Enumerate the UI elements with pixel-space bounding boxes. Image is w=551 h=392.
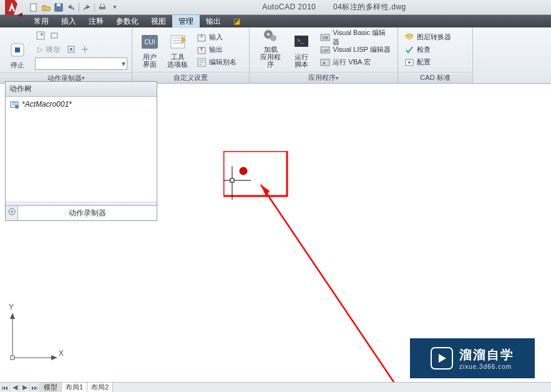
play-button[interactable]: ▷播放 <box>34 42 64 56</box>
quick-access-toolbar: ▼ <box>29 2 120 12</box>
svg-rect-11 <box>70 48 72 51</box>
watermark-domain: zixue.3d66.com <box>459 363 514 370</box>
tab-view[interactable]: 视图 <box>145 15 172 28</box>
qat-print-icon[interactable] <box>97 2 107 12</box>
tab-output[interactable]: 输出 <box>200 15 227 28</box>
play-icon: ▷ <box>37 45 43 54</box>
action-macro-dropdown[interactable]: ▾ <box>35 57 127 70</box>
check-button[interactable]: 检查 <box>402 44 454 56</box>
watermark-badge: 溜溜自学 zixue.3d66.com <box>410 338 535 378</box>
app-name: AutoCAD 2010 <box>262 2 316 11</box>
qat-new-icon[interactable] <box>29 2 39 12</box>
app-menu-button[interactable] <box>2 0 25 19</box>
qat-open-icon[interactable] <box>41 2 51 12</box>
svg-text:LSP: LSP <box>322 49 329 52</box>
load-app-icon <box>261 28 281 44</box>
ucs-icon: Y X <box>9 311 65 370</box>
tab-nav-prev-icon[interactable]: ◀ <box>10 383 20 391</box>
svg-marker-46 <box>439 354 446 363</box>
layer-translate-button[interactable]: 图层转换器 <box>402 31 454 44</box>
svg-point-20 <box>267 33 270 36</box>
watermark-logo-icon <box>431 347 453 370</box>
window-title: AutoCAD 2010 04标注的多样性.dwg <box>120 2 549 12</box>
svg-marker-42 <box>10 313 15 319</box>
axis-x-label: X <box>59 349 64 358</box>
tab-extra-icon[interactable]: ◪ <box>227 16 246 27</box>
tab-nav-last-icon[interactable]: ⏭ <box>30 384 40 391</box>
layer-icon <box>404 32 414 42</box>
import-icon <box>197 32 207 42</box>
config-icon <box>404 57 414 67</box>
panel-cad-standards: 图层转换器 检查 配置 CAD 标准 <box>398 27 473 83</box>
drawing-canvas[interactable]: Y X <box>0 84 551 382</box>
load-app-button[interactable]: 加载 应用程序 <box>253 30 288 70</box>
action-option2-icon[interactable] <box>48 29 61 42</box>
action-option4-icon[interactable] <box>79 43 91 56</box>
configure-button[interactable]: 配置 <box>402 56 454 69</box>
lisp-icon: LSP <box>320 45 330 55</box>
run-script-button[interactable]: >_ 运行 脚本 <box>288 30 315 70</box>
palette-icon <box>168 32 188 52</box>
vb-editor-button[interactable]: VBVisual Basic 编辑器 <box>318 31 394 44</box>
tab-nav-next-icon[interactable]: ▶ <box>20 383 30 391</box>
action-option1-icon[interactable] <box>34 29 47 42</box>
svg-rect-7 <box>37 32 44 39</box>
svg-line-39 <box>261 185 411 392</box>
svg-point-38 <box>240 167 247 175</box>
vb-icon: VB <box>320 32 330 42</box>
cui-button[interactable]: CUI 用户 界面 <box>136 30 163 70</box>
ribbon-tabs: 常用 插入 注释 参数化 视图 管理 输出 ◪ <box>0 15 551 27</box>
document-name: 04标注的多样性.dwg <box>333 2 406 11</box>
tab-parametric[interactable]: 参数化 <box>110 15 145 28</box>
alias-icon <box>197 57 207 67</box>
svg-rect-0 <box>31 4 36 11</box>
qat-save-icon[interactable] <box>54 2 64 12</box>
svg-rect-9 <box>51 33 57 38</box>
watermark-brand: 溜溜自学 <box>459 346 514 363</box>
check-icon <box>404 45 414 55</box>
export-button[interactable]: 输出 <box>194 44 239 56</box>
tab-home[interactable]: 常用 <box>27 15 55 28</box>
panel-applications: 加载 应用程序 >_ 运行 脚本 VBVisual Basic 编辑器 LSPV… <box>250 27 398 83</box>
qat-undo-icon[interactable] <box>66 2 76 12</box>
script-icon: >_ <box>291 32 311 52</box>
vlisp-editor-button[interactable]: LSPVisual LISP 编辑器 <box>318 44 394 56</box>
panel-action-recorder: 停止 ▷播放 ▾ 动作录制器 <box>0 27 132 83</box>
svg-marker-40 <box>261 185 270 196</box>
edit-alias-button[interactable]: 编辑别名 <box>194 56 239 69</box>
cui-icon: CUI <box>140 32 160 52</box>
svg-text:CUI: CUI <box>144 39 155 46</box>
svg-point-8 <box>41 33 43 36</box>
qat-redo-icon[interactable] <box>82 2 92 12</box>
svg-rect-6 <box>15 47 20 52</box>
tab-nav-first-icon[interactable]: ⏮ <box>0 384 10 391</box>
stop-icon <box>7 40 27 60</box>
panel-label-standards: CAD 标准 <box>398 72 472 83</box>
layout-tab-model[interactable]: 模型 <box>40 383 62 392</box>
layout-tab-1[interactable]: 布局1 <box>62 383 87 392</box>
stop-button[interactable]: 停止 <box>4 30 31 70</box>
import-button[interactable]: 输入 <box>194 31 239 44</box>
qat-separator <box>94 3 95 12</box>
export-icon <box>197 45 207 55</box>
svg-rect-34 <box>223 151 287 196</box>
axis-y-label: Y <box>9 303 14 311</box>
svg-rect-27 <box>321 59 329 66</box>
tab-annotate[interactable]: 注释 <box>82 15 110 28</box>
ribbon: 停止 ▷播放 ▾ 动作录制器 CUI 用户 界面 <box>0 27 551 84</box>
tab-insert[interactable]: 插入 <box>55 15 82 28</box>
action-option3-icon[interactable] <box>65 43 77 56</box>
panel-label-applications[interactable]: 应用程序 <box>250 72 397 83</box>
vba-icon <box>320 57 330 67</box>
svg-point-19 <box>270 35 276 41</box>
svg-point-29 <box>408 61 411 64</box>
layout-tab-bar: ⏮ ◀ ▶ ⏭ 模型 布局1 布局2 <box>0 382 551 392</box>
title-bar: ▼ AutoCAD 2010 04标注的多样性.dwg <box>0 0 551 15</box>
run-vba-button[interactable]: 运行 VBA 宏 <box>318 56 394 69</box>
tool-palettes-button[interactable]: 工具 选项板 <box>163 30 192 70</box>
qat-dropdown-icon[interactable]: ▼ <box>110 2 120 12</box>
tab-manage[interactable]: 管理 <box>172 15 200 28</box>
layout-tab-2[interactable]: 布局2 <box>87 383 113 392</box>
svg-rect-4 <box>100 4 104 7</box>
panel-customize: CUI 用户 界面 工具 选项板 输入 输出 编辑别名 自定义设置 <box>132 27 250 83</box>
